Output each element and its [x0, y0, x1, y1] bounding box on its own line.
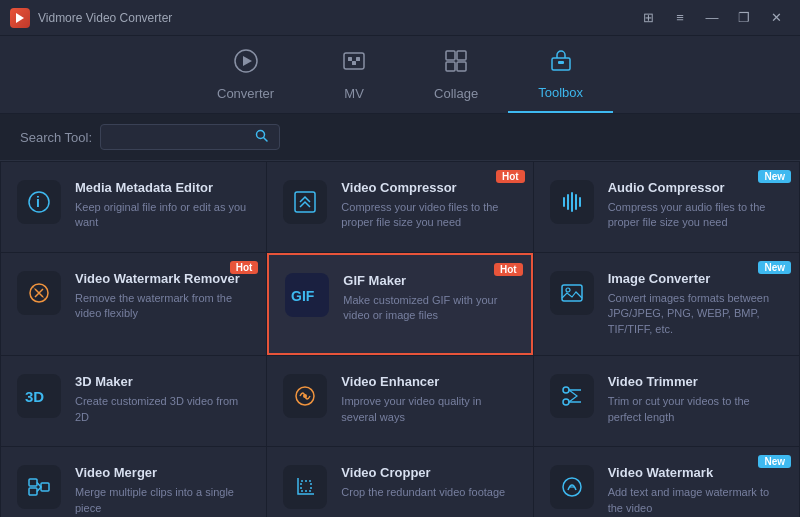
svg-rect-4 [348, 57, 352, 61]
tool-name-video-watermark: Video Watermark [608, 465, 783, 480]
nav-item-toolbox[interactable]: Toolbox [508, 36, 613, 113]
tool-text-3d-maker: 3D Maker Create customized 3D video from… [75, 374, 250, 425]
tool-name-video-cropper: Video Cropper [341, 465, 516, 480]
nav-bar: Converter MV Collage [0, 36, 800, 114]
tool-text-video-enhancer: Video Enhancer Improve your video qualit… [341, 374, 516, 425]
video-enhancer-icon [283, 374, 327, 418]
tool-name-video-trimmer: Video Trimmer [608, 374, 783, 389]
maximize-button[interactable]: ❐ [730, 8, 758, 28]
tool-desc-video-trimmer: Trim or cut your videos to the perfect l… [608, 394, 783, 425]
svg-rect-9 [446, 62, 455, 71]
tool-card-gif-maker[interactable]: GIF GIF Maker Make customized GIF with y… [267, 253, 532, 355]
tool-text-gif-maker: GIF Maker Make customized GIF with your … [343, 273, 514, 324]
svg-rect-7 [446, 51, 455, 60]
svg-rect-25 [562, 285, 582, 301]
svg-rect-6 [352, 61, 356, 65]
tool-name-audio-compressor: Audio Compressor [608, 180, 783, 195]
svg-line-14 [264, 138, 268, 142]
video-compressor-icon [283, 180, 327, 224]
tool-text-video-merger: Video Merger Merge multiple clips into a… [75, 465, 250, 516]
svg-rect-32 [29, 479, 37, 486]
tool-card-video-trimmer[interactable]: Video Trimmer Trim or cut your videos to… [534, 356, 799, 446]
svg-point-31 [563, 399, 569, 405]
tool-card-video-cropper[interactable]: Video Cropper Crop the redundant video f… [267, 447, 532, 517]
tool-name-3d-maker: 3D Maker [75, 374, 250, 389]
title-bar-controls: ⊞ ≡ — ❐ ✕ [634, 8, 790, 28]
svg-rect-20 [571, 192, 573, 212]
svg-rect-19 [567, 194, 569, 210]
svg-text:GIF: GIF [291, 288, 315, 304]
grid-button[interactable]: ⊞ [634, 8, 662, 28]
minimize-button[interactable]: — [698, 8, 726, 28]
video-trimmer-icon [550, 374, 594, 418]
nav-item-converter[interactable]: Converter [187, 36, 304, 113]
svg-marker-2 [243, 56, 252, 66]
badge-audio-compressor: New [758, 170, 791, 183]
mv-icon [341, 48, 367, 80]
svg-rect-8 [457, 51, 466, 60]
tool-card-video-compressor[interactable]: Video Compressor Compress your video fil… [267, 162, 532, 252]
tool-name-video-enhancer: Video Enhancer [341, 374, 516, 389]
search-label: Search Tool: [20, 130, 92, 145]
tool-card-3d-maker[interactable]: 3D 3D Maker Create customized 3D video f… [1, 356, 266, 446]
search-input-wrap [100, 124, 280, 150]
tool-name-video-watermark-remover: Video Watermark Remover [75, 271, 250, 286]
svg-point-29 [303, 394, 307, 398]
tool-text-video-cropper: Video Cropper Crop the redundant video f… [341, 465, 516, 500]
nav-item-mv[interactable]: MV [304, 36, 404, 113]
tool-desc-media-metadata: Keep original file info or edit as you w… [75, 200, 250, 231]
title-bar: Vidmore Video Converter ⊞ ≡ — ❐ ✕ [0, 0, 800, 36]
tool-desc-video-enhancer: Improve your video quality in several wa… [341, 394, 516, 425]
tool-text-media-metadata: Media Metadata Editor Keep original file… [75, 180, 250, 231]
tool-desc-3d-maker: Create customized 3D video from 2D [75, 394, 250, 425]
svg-marker-0 [16, 13, 24, 23]
video-watermark-icon [550, 465, 594, 509]
nav-label-mv: MV [344, 86, 364, 101]
svg-rect-12 [558, 61, 564, 64]
badge-video-compressor: Hot [496, 170, 525, 183]
app-icon [10, 8, 30, 28]
search-bar: Search Tool: [0, 114, 800, 161]
tool-card-video-enhancer[interactable]: Video Enhancer Improve your video qualit… [267, 356, 532, 446]
tool-text-image-converter: Image Converter Convert images formats b… [608, 271, 783, 337]
video-cropper-icon [283, 465, 327, 509]
audio-compressor-icon [550, 180, 594, 224]
tool-desc-gif-maker: Make customized GIF with your video or i… [343, 293, 514, 324]
gif-maker-icon: GIF [285, 273, 329, 317]
image-converter-icon [550, 271, 594, 315]
tool-card-video-watermark-remover[interactable]: Video Watermark Remover Remove the water… [1, 253, 266, 355]
tool-desc-audio-compressor: Compress your audio files to the proper … [608, 200, 783, 231]
tool-desc-video-watermark: Add text and image watermark to the vide… [608, 485, 783, 516]
media-metadata-icon: i [17, 180, 61, 224]
tool-text-video-compressor: Video Compressor Compress your video fil… [341, 180, 516, 231]
tool-card-media-metadata-editor[interactable]: i Media Metadata Editor Keep original fi… [1, 162, 266, 252]
collage-icon [443, 48, 469, 80]
tool-text-video-watermark: Video Watermark Add text and image water… [608, 465, 783, 516]
title-bar-left: Vidmore Video Converter [10, 8, 172, 28]
close-button[interactable]: ✕ [762, 8, 790, 28]
tool-card-audio-compressor[interactable]: Audio Compressor Compress your audio fil… [534, 162, 799, 252]
main-content: Search Tool: i [0, 114, 800, 517]
3d-maker-icon: 3D [17, 374, 61, 418]
tool-card-image-converter[interactable]: Image Converter Convert images formats b… [534, 253, 799, 355]
svg-rect-10 [457, 62, 466, 71]
tool-card-video-watermark[interactable]: Video Watermark Add text and image water… [534, 447, 799, 517]
tools-grid: i Media Metadata Editor Keep original fi… [0, 161, 800, 517]
tool-desc-video-merger: Merge multiple clips into a single piece [75, 485, 250, 516]
tool-name-media-metadata: Media Metadata Editor [75, 180, 250, 195]
tool-desc-image-converter: Convert images formats between JPG/JPEG,… [608, 291, 783, 337]
app-title: Vidmore Video Converter [38, 11, 172, 25]
search-icon[interactable] [255, 129, 268, 145]
nav-item-collage[interactable]: Collage [404, 36, 508, 113]
svg-text:i: i [36, 194, 40, 210]
converter-icon [233, 48, 259, 80]
search-input[interactable] [109, 130, 249, 144]
svg-text:3D: 3D [25, 388, 44, 405]
tool-name-image-converter: Image Converter [608, 271, 783, 286]
tool-text-video-watermark-remover: Video Watermark Remover Remove the water… [75, 271, 250, 322]
menu-button[interactable]: ≡ [666, 8, 694, 28]
video-merger-icon [17, 465, 61, 509]
svg-rect-18 [563, 197, 565, 207]
tool-card-video-merger[interactable]: Video Merger Merge multiple clips into a… [1, 447, 266, 517]
svg-rect-21 [575, 194, 577, 210]
